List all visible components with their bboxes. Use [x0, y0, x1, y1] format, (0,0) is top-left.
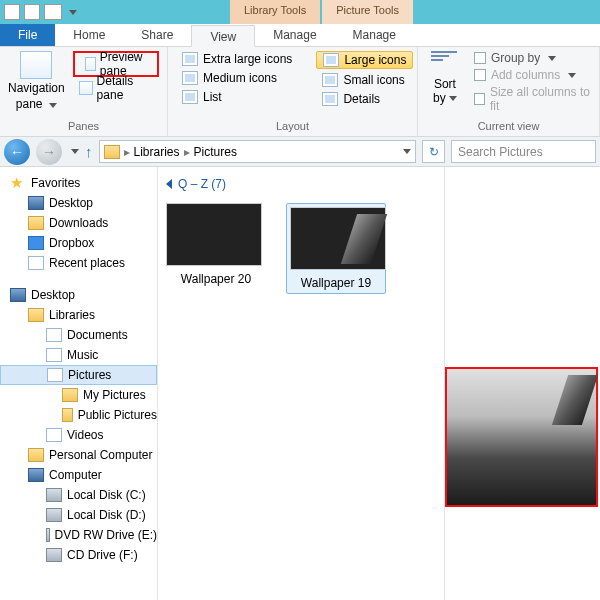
- thumbnail-image: [166, 203, 262, 266]
- navigation-pane-label-1: Navigation: [8, 81, 65, 95]
- tree-libraries[interactable]: Libraries: [0, 305, 157, 325]
- documents-icon: [46, 328, 62, 342]
- chevron-down-icon: [548, 56, 556, 61]
- tree-music[interactable]: Music: [0, 345, 157, 365]
- tree-cd-drive[interactable]: CD Drive (F:): [0, 545, 157, 565]
- extra-large-icon: [182, 52, 198, 66]
- breadcrumb-libraries[interactable]: Libraries: [134, 145, 180, 159]
- context-tab-picture-tools[interactable]: Picture Tools: [322, 0, 413, 24]
- size-columns-button[interactable]: Size all columns to fit: [474, 85, 591, 113]
- search-input[interactable]: Search Pictures: [451, 140, 596, 163]
- collapse-arrow-icon: [166, 179, 172, 189]
- libraries-icon: [28, 308, 44, 322]
- tree-documents[interactable]: Documents: [0, 325, 157, 345]
- add-columns-button[interactable]: Add columns: [474, 68, 591, 82]
- tree-videos[interactable]: Videos: [0, 425, 157, 445]
- details-icon: [322, 92, 338, 106]
- tree-desktop[interactable]: Desktop: [0, 193, 157, 213]
- navigation-pane-button[interactable]: Navigation pane: [8, 51, 65, 111]
- breadcrumb[interactable]: ▸ Libraries ▸ Pictures: [99, 140, 417, 163]
- tree-dvd-drive[interactable]: DVD RW Drive (E:): [0, 525, 157, 545]
- tree-my-pictures[interactable]: My Pictures: [0, 385, 157, 405]
- layout-extra-large-icons[interactable]: Extra large icons: [176, 51, 298, 67]
- size-columns-icon: [474, 93, 485, 105]
- ribbon-group-layout: Extra large icons Medium icons List Larg…: [168, 47, 418, 136]
- nav-up-button[interactable]: ↑: [85, 143, 93, 160]
- drive-icon: [46, 488, 62, 502]
- nav-back-button[interactable]: ←: [4, 139, 30, 165]
- layout-list[interactable]: List: [176, 89, 298, 105]
- qat-dropdown-icon[interactable]: [69, 10, 77, 15]
- tree-downloads[interactable]: Downloads: [0, 213, 157, 233]
- add-columns-icon: [474, 69, 486, 81]
- content-pane[interactable]: Q – Z (7) Wallpaper 20 Wallpaper 19: [158, 167, 445, 600]
- thumbnail-caption: Wallpaper 19: [290, 276, 382, 290]
- list-icon: [182, 90, 198, 104]
- tree-local-disk-d[interactable]: Local Disk (D:): [0, 505, 157, 525]
- tab-home[interactable]: Home: [55, 24, 123, 46]
- qat-folder-icon[interactable]: [44, 4, 62, 20]
- computer-icon: [28, 468, 44, 482]
- thumbnail-wallpaper-20[interactable]: Wallpaper 20: [166, 203, 266, 294]
- preview-pane-icon: [85, 57, 96, 71]
- sort-icon: [431, 51, 459, 77]
- small-icon: [322, 73, 338, 87]
- tree-public-pictures[interactable]: Public Pictures: [0, 405, 157, 425]
- tree-computer[interactable]: Computer: [0, 465, 157, 485]
- sort-by-button[interactable]: Sort by: [426, 51, 464, 113]
- tree-local-disk-c[interactable]: Local Disk (C:): [0, 485, 157, 505]
- qat-button-2[interactable]: [24, 4, 40, 20]
- preview-pane-button[interactable]: Preview pane: [79, 53, 154, 75]
- thumbnail-wallpaper-19[interactable]: Wallpaper 19: [286, 203, 386, 294]
- dropbox-icon: [28, 236, 44, 250]
- thumbnail-image: [290, 207, 386, 270]
- breadcrumb-pictures[interactable]: Pictures: [194, 145, 237, 159]
- tree-dropbox[interactable]: Dropbox: [0, 233, 157, 253]
- tab-manage-picture[interactable]: Manage: [335, 24, 414, 46]
- preview-image: [447, 369, 596, 505]
- recent-icon: [28, 256, 44, 270]
- layout-medium-icons[interactable]: Medium icons: [176, 70, 298, 86]
- tab-manage-library[interactable]: Manage: [255, 24, 334, 46]
- tree-favorites[interactable]: ★Favorites: [0, 173, 157, 193]
- desktop-icon: [10, 288, 26, 302]
- tree-pictures[interactable]: Pictures: [0, 365, 157, 385]
- navigation-pane-icon: [20, 51, 52, 79]
- ribbon-group-panes: Navigation pane Preview pane Details pan…: [0, 47, 168, 136]
- tree-personal-computer[interactable]: Personal Computer: [0, 445, 157, 465]
- breadcrumb-dropdown-icon[interactable]: [403, 149, 411, 154]
- breadcrumb-sep[interactable]: ▸: [182, 145, 192, 159]
- large-icon: [323, 53, 339, 67]
- details-pane-button[interactable]: Details pane: [73, 77, 160, 99]
- breadcrumb-sep[interactable]: ▸: [122, 145, 132, 159]
- preview-highlight-frame: [445, 367, 598, 507]
- ribbon: Navigation pane Preview pane Details pan…: [0, 47, 600, 137]
- address-bar: ← → ↑ ▸ Libraries ▸ Pictures ↻ Search Pi…: [0, 137, 600, 167]
- tree-recent-places[interactable]: Recent places: [0, 253, 157, 273]
- navigation-tree[interactable]: ★Favorites Desktop Downloads Dropbox Rec…: [0, 167, 158, 600]
- tab-file[interactable]: File: [0, 24, 55, 46]
- refresh-button[interactable]: ↻: [422, 140, 445, 163]
- group-by-button[interactable]: Group by: [474, 51, 591, 65]
- layout-large-icons[interactable]: Large icons: [316, 51, 413, 69]
- layout-details[interactable]: Details: [316, 91, 413, 107]
- thumbnail-caption: Wallpaper 20: [166, 272, 266, 286]
- qat-button-1[interactable]: [4, 4, 20, 20]
- tab-share[interactable]: Share: [123, 24, 191, 46]
- content-group-header[interactable]: Q – Z (7): [166, 177, 436, 191]
- group-label-panes: Panes: [8, 118, 159, 136]
- context-tab-library-tools[interactable]: Library Tools: [230, 0, 320, 24]
- tree-desktop-root[interactable]: Desktop: [0, 285, 157, 305]
- folder-icon: [28, 448, 44, 462]
- nav-forward-button[interactable]: →: [36, 139, 62, 165]
- cd-icon: [46, 548, 62, 562]
- music-icon: [46, 348, 62, 362]
- videos-icon: [46, 428, 62, 442]
- layout-small-icons[interactable]: Small icons: [316, 72, 413, 88]
- tab-view[interactable]: View: [191, 25, 255, 47]
- pictures-icon: [47, 368, 63, 382]
- star-icon: ★: [10, 176, 26, 190]
- nav-history-dropdown[interactable]: [71, 149, 79, 154]
- sort-label-2: by: [433, 91, 457, 105]
- navigation-pane-label-2: pane: [16, 97, 57, 111]
